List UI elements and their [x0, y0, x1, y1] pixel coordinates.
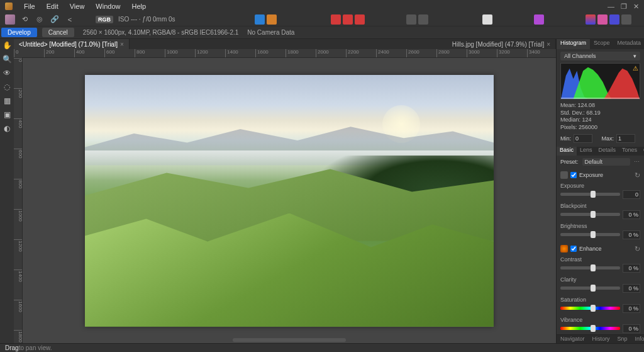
tab-histogram[interactable]: Histogram [557, 39, 590, 49]
window-minimize-button[interactable]: — [608, 3, 614, 11]
share-icon[interactable]: < [64, 14, 75, 25]
preset-dropdown[interactable]: Default [582, 158, 630, 166]
tab-snp[interactable]: Snp [614, 335, 631, 343]
swatch1-icon[interactable] [586, 14, 596, 25]
slider-track[interactable] [560, 213, 620, 216]
horizontal-scrollbar[interactable] [233, 338, 346, 342]
window-close-button[interactable]: ✕ [633, 3, 639, 11]
photo-persona-icon[interactable] [5, 14, 15, 25]
rotate-tool-icon[interactable] [343, 14, 353, 25]
ruler-tick: 3000 [467, 49, 480, 58]
develop-button[interactable]: Develop [1, 28, 37, 37]
ruler-tick: 3400 [527, 49, 540, 58]
blemish-tool-icon[interactable]: ◌ [2, 82, 12, 92]
slider-vibrance: Vibrance0 % [560, 317, 640, 333]
stat-median: Median: 124 [560, 116, 640, 124]
slider-value[interactable]: 0 % [623, 230, 640, 239]
exposure-checkbox[interactable] [570, 172, 577, 178]
refresh-icon[interactable]: ⟲ [19, 14, 30, 25]
whitebalance-tool-icon[interactable]: ◐ [2, 123, 12, 133]
subtab-basic[interactable]: Basic [557, 147, 577, 156]
camera-info-label: ISO --- · ƒ/0 0mm 0s [118, 16, 175, 23]
document-image[interactable] [85, 75, 494, 327]
slider-value[interactable]: 0 % [623, 324, 640, 333]
slider-thumb[interactable] [591, 305, 596, 312]
subtab-details[interactable]: Details [596, 147, 619, 156]
hand-tool-icon[interactable]: ✋ [2, 40, 12, 50]
tab-history[interactable]: History [589, 335, 614, 343]
slider-thumb[interactable] [591, 325, 596, 332]
ruler-tick: 2200 [346, 49, 359, 58]
menu-help[interactable]: Help [131, 3, 146, 10]
overlay-tool-icon[interactable]: ▦ [2, 96, 12, 106]
subtab-tones[interactable]: Tones [619, 147, 640, 156]
zoom-tool-icon[interactable]: 🔍 [2, 54, 12, 64]
preset-label: Preset: [560, 159, 579, 165]
slider-label: Exposure [560, 183, 640, 189]
subtab-lens[interactable]: Lens [577, 147, 596, 156]
slider-track[interactable] [560, 327, 620, 330]
ruler-tick: 1400 [225, 49, 238, 58]
menu-view[interactable]: View [70, 3, 85, 10]
cancel-button[interactable]: Cancel [42, 28, 74, 37]
min-input[interactable] [574, 134, 592, 143]
canvas[interactable] [23, 58, 556, 343]
tab-metadata[interactable]: Metadata [614, 39, 644, 49]
doc-tab-hills[interactable]: Hills.jpg [Modified] (47.9%) [Trial] × [447, 39, 556, 49]
redeye-tool-icon[interactable]: 👁 [2, 68, 12, 78]
grid-left-icon[interactable] [406, 14, 416, 25]
exposure-section-header[interactable]: Exposure ↻ [560, 169, 640, 181]
crop-left-tool-icon[interactable]: ▣ [2, 110, 12, 120]
crop-tool-icon[interactable] [331, 14, 341, 25]
enhance-section-header[interactable]: Enhance ↻ [560, 243, 640, 255]
slider-track[interactable] [560, 266, 620, 270]
close-icon[interactable]: × [120, 41, 124, 48]
menu-window[interactable]: Window [96, 3, 120, 10]
doc-tab-untitled[interactable]: <Untitled> [Modified] (71.0%) [Trial] × [14, 39, 130, 49]
slider-value[interactable]: 0 % [623, 210, 640, 219]
swatch3-icon[interactable] [609, 14, 619, 25]
tab-scope[interactable]: Scope [590, 39, 614, 49]
eyedropper-icon[interactable] [482, 14, 492, 25]
status-hint-bold: Drag [5, 344, 19, 351]
subtab-overlays[interactable]: Overlays [640, 147, 644, 156]
ruler-tick: 400 [14, 118, 23, 128]
tool-square-orange[interactable] [267, 14, 277, 25]
max-input[interactable] [616, 134, 635, 143]
menu-edit[interactable]: Edit [47, 3, 58, 10]
swatch4-icon[interactable] [621, 14, 631, 25]
channel-dropdown[interactable]: All Channels ▾ [560, 52, 640, 60]
slider-thumb[interactable] [591, 285, 596, 292]
ruler-tick: 200 [44, 49, 54, 58]
slider-value[interactable]: 0 % [623, 284, 640, 293]
slider-track[interactable] [560, 193, 620, 196]
slider-track[interactable] [560, 287, 620, 290]
close-icon[interactable]: × [547, 41, 550, 48]
tool-square-blue[interactable] [255, 14, 265, 25]
slider-track[interactable] [560, 233, 620, 236]
reset-icon[interactable]: ↻ [635, 171, 640, 179]
window-maximize-button[interactable]: ❐ [621, 3, 627, 11]
enhance-checkbox[interactable] [570, 246, 577, 252]
slider-value[interactable]: 0 % [623, 264, 640, 273]
reset-icon[interactable]: ↻ [635, 245, 640, 253]
slider-thumb[interactable] [591, 191, 596, 198]
slider-track[interactable] [560, 307, 620, 310]
tab-navigator[interactable]: Navigator [557, 335, 589, 343]
swatch2-icon[interactable] [597, 14, 608, 25]
aperture-icon[interactable]: ◎ [34, 14, 45, 25]
menu-file[interactable]: File [24, 3, 35, 10]
flip-tool-icon[interactable] [355, 14, 365, 25]
slider-thumb[interactable] [591, 211, 596, 218]
slider-value[interactable]: 0 % [623, 304, 640, 313]
right-panel: Histogram Scope Metadata Focus All Chann… [556, 39, 644, 343]
grid-right-icon[interactable] [418, 14, 428, 25]
adjustment-icon[interactable] [534, 14, 544, 25]
tab-info[interactable]: Info [631, 335, 644, 343]
slider-thumb[interactable] [591, 264, 596, 271]
slider-value[interactable]: 0 [623, 190, 640, 199]
link-icon[interactable]: 🔗 [49, 14, 60, 25]
slider-thumb[interactable] [591, 231, 596, 238]
preset-menu-icon[interactable]: ⋯ [634, 159, 640, 165]
slider-label: Saturation [560, 297, 640, 303]
